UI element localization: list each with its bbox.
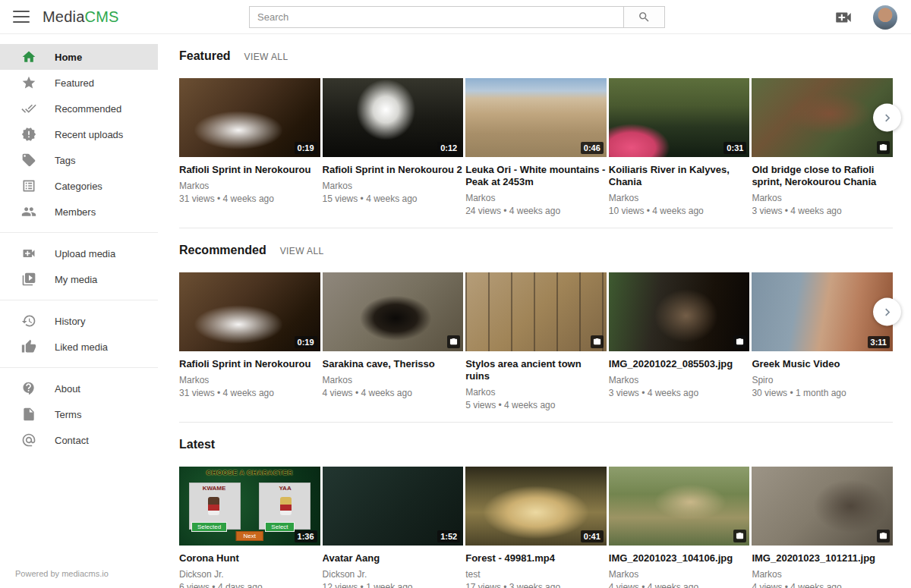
sidebar-item-label: Tags — [55, 155, 75, 166]
sidebar-group: Upload media My media — [0, 232, 158, 292]
media-author[interactable]: Markos — [465, 387, 607, 398]
media-thumbnail-sarakina-cave-therisso[interactable] — [323, 272, 464, 351]
camera-icon — [736, 338, 744, 346]
media-author[interactable]: Markos — [752, 193, 893, 203]
media-title[interactable]: Old bridge close to Rafioli sprint, Nero… — [752, 164, 893, 188]
help-bubble-icon — [21, 381, 36, 396]
sidebar-item-label: Liked media — [55, 341, 108, 353]
media-card: 1:52 Avatar Aang Dickson Jr. 12 views • … — [323, 467, 464, 588]
sidebar-item-home[interactable]: Home — [0, 44, 158, 70]
search-icon — [638, 11, 651, 24]
sidebar-item-recommended[interactable]: Recommended — [0, 96, 158, 121]
media-author[interactable]: Markos — [752, 569, 893, 580]
media-title[interactable]: Corona Hunt — [179, 552, 320, 564]
search-input[interactable] — [249, 6, 623, 28]
media-author[interactable]: Markos — [179, 181, 320, 191]
sidebar-nav: Home Featured Recommended Recent uploads… — [0, 44, 158, 453]
sidebar-group: History Liked media — [0, 300, 158, 360]
media-title[interactable]: Avatar Aang — [323, 552, 464, 564]
sidebar-group: About Terms Contact — [0, 367, 158, 453]
media-thumbnail-stylos-area-ancient-town-ruins[interactable] — [465, 272, 607, 351]
sidebar-item-contact[interactable]: Contact — [0, 427, 158, 453]
sidebar-item-upload-media[interactable]: Upload media — [0, 241, 158, 266]
media-title[interactable]: Forest - 49981.mp4 — [465, 552, 607, 564]
sidebar-item-members[interactable]: Members — [0, 199, 158, 225]
media-thumbnail-corona-hunt[interactable]: CHOOSE A CHARACTERKWAMEYAASelectedNextSe… — [179, 467, 320, 546]
media-thumbnail-rafioli-sprint-in-nerokourou[interactable]: 0:19 — [179, 272, 320, 351]
media-thumbnail-rafioli-sprint-in-nerokourou[interactable]: 0:19 — [179, 78, 320, 157]
sidebar-item-recent-uploads[interactable]: Recent uploads — [0, 121, 158, 147]
media-title[interactable]: Greek Music Video — [752, 358, 893, 370]
media-title[interactable]: Sarakina cave, Therisso — [323, 358, 464, 370]
media-meta: 4 views • 4 weeks ago — [752, 582, 893, 588]
media-author[interactable]: Markos — [179, 375, 320, 385]
media-title[interactable]: IMG_20201023_104106.jpg — [609, 552, 750, 564]
media-title[interactable]: Leuka Ori - White mountains - Peak at 24… — [465, 164, 607, 188]
sidebar-item-featured[interactable]: Featured — [0, 70, 158, 96]
new-releases-icon — [21, 127, 36, 142]
main-content: Featured VIEW ALL 0:19 Rafioli Sprint in… — [158, 34, 911, 588]
upload-media-icon[interactable] — [834, 8, 853, 27]
media-author[interactable]: Dickson Jr. — [323, 569, 464, 580]
user-avatar[interactable] — [873, 5, 897, 30]
duration-badge: 0:19 — [295, 142, 317, 154]
media-meta: 10 views • 4 weeks ago — [609, 206, 750, 216]
next-arrow-button[interactable] — [873, 298, 901, 326]
sidebar-item-history[interactable]: History — [0, 308, 158, 334]
media-author[interactable]: Markos — [609, 375, 750, 385]
sidebar-item-tags[interactable]: Tags — [0, 147, 158, 173]
media-author[interactable]: Markos — [609, 193, 750, 203]
home-icon — [21, 49, 36, 64]
app-logo[interactable]: MediaCMS — [43, 8, 119, 26]
sidebar-item-about[interactable]: About — [0, 376, 158, 401]
media-title[interactable]: Stylos area ancient town ruins — [465, 358, 607, 382]
media-title[interactable]: Rafioli Sprint in Nerokourou — [179, 358, 320, 370]
media-thumbnail-img-20201022-085503-jpg[interactable] — [609, 272, 750, 351]
media-meta: 6 views • 4 days ago — [179, 582, 320, 588]
media-thumbnail-rafioli-sprint-in-nerokourou-2[interactable]: 0:12 — [323, 78, 464, 157]
camera-icon — [879, 143, 887, 152]
media-author[interactable]: Markos — [465, 193, 607, 203]
media-thumbnail-avatar-aang[interactable]: 1:52 — [323, 467, 464, 546]
media-thumbnail-forest-49981-mp4[interactable]: 0:41 — [465, 467, 607, 546]
media-title[interactable]: Rafioli Sprint in Nerokourou 2 — [323, 164, 464, 176]
media-author[interactable]: Markos — [323, 181, 464, 191]
media-title[interactable]: IMG_20201022_085503.jpg — [609, 358, 750, 370]
sidebar-item-terms[interactable]: Terms — [0, 401, 158, 427]
media-card: 0:46 Leuka Ori - White mountains - Peak … — [465, 78, 607, 216]
sidebar-item-liked-media[interactable]: Liked media — [0, 334, 158, 360]
media-author[interactable]: test — [465, 569, 607, 580]
media-thumbnail-leuka-ori-white-mountains-peak-at-2453m[interactable]: 0:46 — [465, 78, 607, 157]
thumb-up-icon — [21, 339, 36, 354]
media-thumbnail-koiliaris-river-in-kalyves-chania[interactable]: 0:31 — [609, 78, 750, 157]
media-thumbnail-img-20201023-101211-jpg[interactable] — [752, 467, 893, 546]
categories-icon — [21, 178, 36, 193]
media-title[interactable]: Koiliaris River in Kalyves, Chania — [609, 164, 750, 188]
thumb-overlay-name-left: KWAME — [189, 485, 239, 492]
video-call-icon — [21, 246, 36, 261]
media-author[interactable]: Markos — [323, 375, 464, 385]
search-bar — [249, 6, 665, 28]
media-card: 0:19 Rafioli Sprint in Nerokourou Markos… — [179, 272, 320, 410]
media-author[interactable]: Spiro — [752, 375, 893, 385]
next-arrow-button[interactable] — [873, 104, 901, 132]
sidebar-item-label: My media — [55, 274, 97, 285]
sidebar-item-categories[interactable]: Categories — [0, 173, 158, 199]
powered-by[interactable]: Powered by mediacms.io — [15, 569, 109, 578]
media-card: Stylos area ancient town ruins Markos 5 … — [465, 272, 607, 410]
media-thumbnail-img-20201023-104106-jpg[interactable] — [609, 467, 750, 546]
view-all-link[interactable]: VIEW ALL — [244, 52, 288, 62]
media-author[interactable]: Dickson Jr. — [179, 569, 320, 580]
view-all-link[interactable]: VIEW ALL — [280, 246, 324, 256]
search-button[interactable] — [623, 6, 665, 28]
media-thumbnail-greek-music-video[interactable]: 3:11 — [752, 272, 893, 351]
menu-icon[interactable] — [13, 11, 30, 23]
photo-badge — [733, 335, 746, 348]
duration-badge: 0:19 — [295, 336, 317, 348]
sidebar-item-my-media[interactable]: My media — [0, 266, 158, 292]
video-library-icon — [21, 272, 36, 287]
media-title[interactable]: IMG_20201023_101211.jpg — [752, 552, 893, 564]
media-thumbnail-old-bridge-close-to-rafioli-sprint-nerokourou-chania[interactable] — [752, 78, 893, 157]
media-author[interactable]: Markos — [609, 569, 750, 580]
media-title[interactable]: Rafioli Sprint in Nerokourou — [179, 164, 320, 176]
